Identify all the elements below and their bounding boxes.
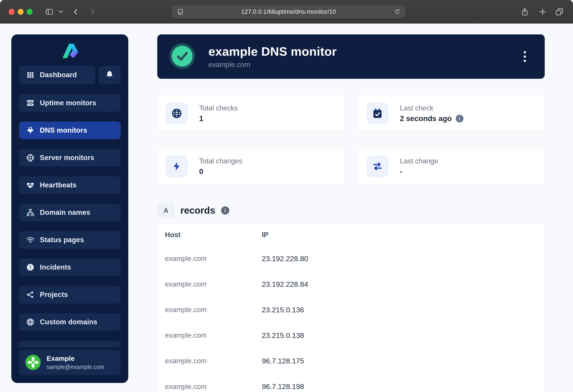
host-cell: example.com: [165, 331, 262, 339]
sidebar-item-label: Heartbeats: [40, 181, 76, 189]
ip-cell: 23.215.0.136: [262, 306, 304, 314]
url-text: 127.0.0.1/66uptime/dns-monitor/10: [172, 8, 405, 15]
sidebar-item-label: Incidents: [40, 263, 71, 271]
ip-cell: 23.215.0.138: [262, 331, 304, 340]
stat-label: Last check: [400, 104, 464, 112]
sidebar-item-label: Server monitors: [40, 154, 94, 162]
info-icon[interactable]: [456, 115, 464, 123]
user-menu[interactable]: Example sample@example.com: [19, 350, 121, 375]
stat-label: Total checks: [199, 104, 238, 112]
bell-icon: [106, 70, 114, 80]
minimize-window-button[interactable]: [18, 9, 23, 15]
table-row: example.com 96.7.128.175: [158, 348, 544, 374]
ip-cell: 96.7.128.198: [262, 382, 304, 391]
globe-icon: [166, 102, 188, 125]
page-background: Dashboard Uptime mon: [0, 24, 573, 392]
stat-card-total-checks: Total checks 1: [157, 95, 344, 132]
sidebar-item-label: Uptime monitors: [40, 99, 96, 107]
new-tab-icon[interactable]: [538, 7, 547, 16]
sidebar-item-label: Custom domains: [40, 318, 97, 326]
ip-cell: 23.192.228.80: [262, 255, 308, 263]
calendar-check-icon: [366, 102, 389, 125]
plug-icon: [26, 126, 35, 134]
host-cell: example.com: [165, 255, 262, 263]
monitor-hostname: example.com: [208, 61, 337, 69]
stat-card-total-changes: Total changes 0: [157, 148, 344, 185]
stat-value: -: [400, 167, 402, 176]
sidebar-item-uptime-monitors[interactable]: Uptime monitors: [19, 94, 121, 112]
user-email: sample@example.com: [47, 364, 104, 370]
sidebar-item-label: Status pages: [40, 236, 84, 244]
stat-value: 2 seconds ago: [400, 114, 452, 123]
bolt-icon: [166, 155, 188, 178]
back-button[interactable]: [72, 7, 80, 16]
sidebar-item-domain-names[interactable]: Domain names: [19, 204, 121, 221]
sidebar-item-server-monitors[interactable]: Server monitors: [19, 149, 121, 167]
stat-value: 1: [199, 114, 203, 123]
tab-overview-icon[interactable]: [555, 7, 564, 16]
sidebar-item-incidents[interactable]: Incidents: [19, 258, 121, 276]
sidebar-toggle-icon[interactable]: [45, 8, 54, 16]
window-controls: [9, 9, 33, 15]
record-type-badge: A: [157, 203, 175, 218]
host-cell: example.com: [165, 383, 262, 391]
monitor-header-card: example DNS monitor example.com: [157, 35, 545, 79]
stat-card-last-check: Last check 2 seconds ago: [358, 95, 545, 132]
address-bar[interactable]: 127.0.0.1/66uptime/dns-monitor/10: [172, 5, 405, 18]
ip-cell: 23.192.228.84: [262, 280, 308, 288]
reload-icon[interactable]: [394, 8, 401, 16]
wifi-icon: [26, 236, 35, 244]
column-header-ip: IP: [262, 231, 269, 239]
host-cell: example.com: [165, 280, 262, 288]
info-icon[interactable]: [221, 206, 229, 214]
globe-icon: [26, 318, 35, 326]
sitemap-icon: [26, 208, 35, 217]
page-title: example DNS monitor: [208, 44, 337, 58]
sidebar-item-label: Projects: [40, 291, 68, 299]
kebab-menu-button[interactable]: [520, 49, 530, 65]
sidebar-item-heartbeats[interactable]: Heartbeats: [19, 176, 121, 194]
sidebar-item-label: Dashboard: [40, 71, 77, 79]
stat-value: 0: [199, 167, 203, 176]
table-row: example.com 23.215.0.138: [158, 323, 544, 348]
share-icon[interactable]: [520, 7, 529, 17]
sidebar-item-partial[interactable]: [19, 341, 121, 347]
alert-circle-icon: [26, 263, 35, 271]
close-window-button[interactable]: [9, 9, 15, 15]
heart-pulse-icon: [26, 181, 35, 189]
browser-toolbar: 127.0.0.1/66uptime/dns-monitor/10: [0, 0, 573, 23]
sidebar-item-dashboard[interactable]: Dashboard: [19, 66, 95, 84]
sidebar: Dashboard Uptime mon: [11, 35, 128, 383]
sidebar-item-dns-monitors[interactable]: DNS monitors: [19, 122, 121, 139]
status-up-icon: [169, 43, 196, 71]
stat-label: Total changes: [199, 157, 242, 165]
notifications-button[interactable]: [98, 66, 121, 84]
sidebar-item-label: Domain names: [40, 208, 90, 217]
user-name: Example: [47, 355, 104, 362]
app-logo: [19, 40, 121, 62]
main-content: example DNS monitor example.com Tot: [157, 35, 545, 392]
table-row: example.com 23.192.228.84: [158, 272, 544, 297]
ip-cell: 96.7.128.175: [262, 357, 304, 365]
stat-card-last-change: Last change -: [358, 148, 545, 185]
server-stack-icon: [26, 99, 35, 107]
sidebar-item-projects[interactable]: Projects: [19, 286, 121, 303]
chevron-down-icon[interactable]: [58, 10, 63, 14]
host-cell: example.com: [165, 357, 262, 365]
stat-label: Last change: [400, 157, 438, 165]
records-title: records: [180, 205, 215, 216]
records-table: Host IP example.com 23.192.228.80 exampl…: [157, 224, 545, 392]
share-nodes-icon: [26, 291, 35, 299]
sidebar-item-status-pages[interactable]: Status pages: [19, 231, 121, 249]
records-heading: A records: [157, 203, 545, 218]
forward-button[interactable]: [89, 7, 96, 16]
table-header-row: Host IP: [158, 224, 544, 246]
zoom-window-button[interactable]: [27, 9, 33, 15]
host-cell: example.com: [165, 306, 262, 314]
grid-icon: [26, 71, 35, 79]
sidebar-item-custom-domains[interactable]: Custom domains: [19, 313, 121, 331]
sidebar-item-label: DNS monitors: [40, 126, 87, 134]
table-row: example.com 96.7.128.198: [158, 374, 544, 392]
table-row: example.com 23.192.228.80: [158, 246, 544, 272]
arrows-right-left-icon: [366, 155, 389, 178]
